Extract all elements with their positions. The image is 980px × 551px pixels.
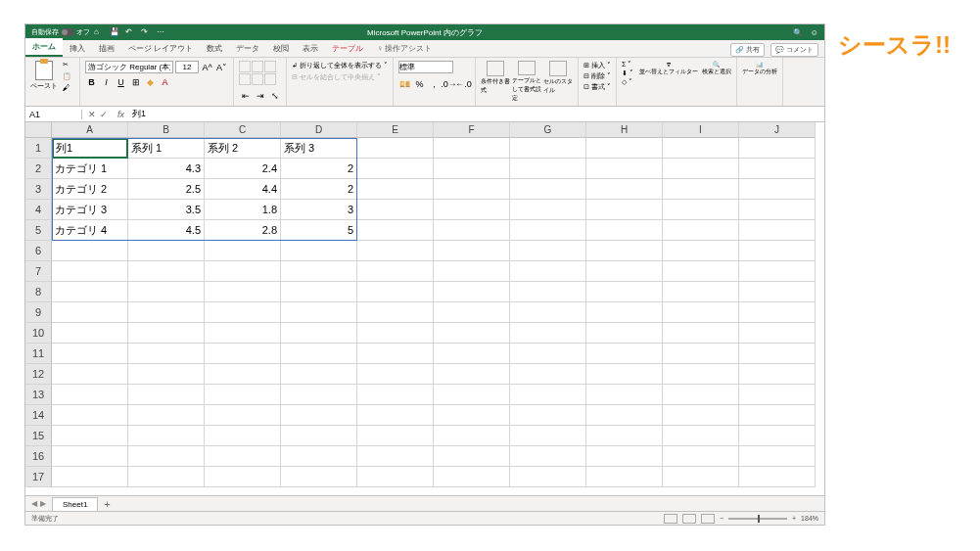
more-icon[interactable]: ⋯ [157,27,166,37]
undo-icon[interactable]: ↶ [125,27,135,37]
cell-I4[interactable] [663,200,739,220]
comma-button[interactable]: , [428,77,441,90]
cell-B10[interactable] [128,323,205,344]
enter-formula-icon[interactable]: ✓ [100,110,108,119]
paste-button[interactable]: ペースト [30,61,58,103]
cell-C13[interactable] [205,385,281,405]
zoom-out-button[interactable]: − [720,515,723,522]
cell-B3[interactable]: 2.5 [128,179,205,200]
cell-A5[interactable]: カテゴリ 4 [52,220,128,241]
cell-E1[interactable] [357,138,434,159]
cell-J4[interactable] [739,200,816,220]
delete-cells-button[interactable]: ⊟ 削除 ˅ [583,71,611,81]
cell-J8[interactable] [739,282,816,302]
cell-D17[interactable] [281,467,357,487]
cell-B6[interactable] [128,241,205,261]
cell-D3[interactable]: 2 [281,179,357,200]
cell-I5[interactable] [663,220,739,241]
row-header-9[interactable]: 9 [25,302,52,323]
cell-B1[interactable]: 系列 1 [128,138,205,159]
increase-font-icon[interactable]: A^ [201,61,213,73]
decrease-decimal-button[interactable]: ←.0 [457,77,470,90]
cell-I3[interactable] [663,179,739,200]
tab-assist[interactable]: ♀ 操作アシスト [370,40,439,57]
cell-J2[interactable] [739,159,816,179]
cell-H9[interactable] [586,302,663,323]
cell-G2[interactable] [510,159,586,179]
cell-E9[interactable] [357,302,434,323]
copy-icon[interactable]: 📋 [63,72,74,82]
cell-B14[interactable] [128,405,205,426]
cell-I6[interactable] [663,241,739,261]
cell-A11[interactable] [52,344,128,364]
cell-H10[interactable] [586,323,663,344]
sheet-tab-1[interactable]: Sheet1 [52,497,98,511]
cell-J13[interactable] [739,385,816,405]
number-format-select[interactable] [398,61,453,73]
cell-F17[interactable] [434,467,510,487]
row-header-3[interactable]: 3 [25,179,52,200]
cell-G4[interactable] [510,200,586,220]
cell-E7[interactable] [357,261,434,282]
row-header-14[interactable]: 14 [25,405,52,426]
clear-button[interactable]: ◇ ˅ [622,78,633,86]
tab-page-layout[interactable]: ページ レイアウト [121,40,200,57]
cell-I1[interactable] [663,138,739,159]
fill-button[interactable]: ⬇ ˅ [622,69,633,77]
row-header-16[interactable]: 16 [25,446,52,467]
cell-D10[interactable] [281,323,357,344]
cell-G11[interactable] [510,344,586,364]
sheet-prev-icon[interactable]: ◀ [31,499,37,508]
underline-button[interactable]: U [115,75,127,88]
cell-F12[interactable] [434,364,510,385]
cell-I10[interactable] [663,323,739,344]
find-select-button[interactable]: 🔍検索と選択 [702,61,731,103]
col-header-J[interactable]: J [739,122,816,138]
cell-H15[interactable] [586,426,663,446]
cell-J12[interactable] [739,364,816,385]
cell-C2[interactable]: 2.4 [205,159,281,179]
cell-D8[interactable] [281,282,357,302]
cell-C7[interactable] [205,261,281,282]
fx-icon[interactable]: fx [114,110,128,119]
select-all-corner[interactable] [25,122,52,138]
cell-D5[interactable]: 5 [281,220,357,241]
cell-D9[interactable] [281,302,357,323]
col-header-A[interactable]: A [52,122,128,138]
cell-J3[interactable] [739,179,816,200]
cell-C15[interactable] [205,426,281,446]
cell-E5[interactable] [357,220,434,241]
normal-view-button[interactable] [664,514,677,524]
cell-D11[interactable] [281,344,357,364]
cell-H3[interactable] [586,179,663,200]
cell-I2[interactable] [663,159,739,179]
align-mid-right[interactable] [264,73,276,85]
cell-H7[interactable] [586,261,663,282]
cell-A12[interactable] [52,364,128,385]
border-button[interactable]: ⊞ [129,75,142,88]
search-icon[interactable]: 🔍 [793,28,803,37]
cell-H11[interactable] [586,344,663,364]
tab-table[interactable]: テーブル [325,40,370,57]
cell-D2[interactable]: 2 [281,159,357,179]
cell-A7[interactable] [52,261,128,282]
cell-D6[interactable] [281,241,357,261]
cell-C1[interactable]: 系列 2 [205,138,281,159]
cell-E6[interactable] [357,241,434,261]
cell-J10[interactable] [739,323,816,344]
cell-E11[interactable] [357,344,434,364]
zoom-slider[interactable] [728,518,787,520]
cell-F14[interactable] [434,405,510,426]
cell-I15[interactable] [663,426,739,446]
cell-G17[interactable] [510,467,586,487]
cell-F2[interactable] [434,159,510,179]
cell-E12[interactable] [357,364,434,385]
autosave-switch[interactable] [61,28,74,36]
cell-C9[interactable] [205,302,281,323]
row-header-6[interactable]: 6 [25,241,52,261]
cell-H12[interactable] [586,364,663,385]
cell-G16[interactable] [510,446,586,467]
cell-B7[interactable] [128,261,205,282]
cell-G15[interactable] [510,426,586,446]
cell-A2[interactable]: カテゴリ 1 [52,159,128,179]
